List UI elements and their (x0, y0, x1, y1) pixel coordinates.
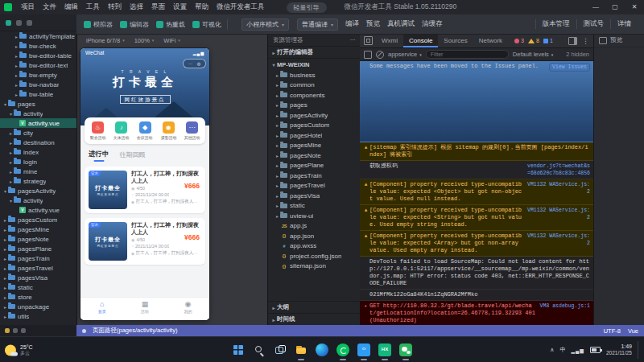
file-tree-item[interactable]: ▸pagesPlane (0, 244, 76, 253)
explorer-folder-item[interactable]: ▸common (268, 80, 361, 91)
tab-past[interactable]: 往期回顾 (120, 150, 146, 162)
console-message[interactable]: ▲[sitemap 索引情况提示] 根据 sitemap 的规则[0]，当前页面… (360, 142, 593, 161)
menubar-item[interactable]: 工具 (82, 2, 104, 12)
console-message[interactable]: ▲[Component] property received type-unco… (360, 231, 593, 257)
file-explorer-icon[interactable] (295, 343, 308, 356)
file-tree-item[interactable]: activity.vue (0, 205, 76, 215)
category-item[interactable]: ◆会议活动 (133, 121, 156, 141)
encoding-indicator[interactable]: UTF-8 (604, 327, 621, 335)
console-message[interactable]: 021MfMk122oGa84K41n1ZqNGRA2MfMko (360, 290, 593, 301)
vscode-icon[interactable] (357, 343, 370, 356)
file-tree-item[interactable]: ▸mine (0, 167, 76, 176)
panel-toggle[interactable]: 热重载 (156, 20, 185, 29)
explorer-folder-item[interactable]: ▸pages (268, 101, 361, 111)
category-item[interactable]: ◉摄影活动 (157, 121, 180, 141)
menubar-item[interactable]: 界面 (147, 2, 169, 12)
context-dropdown[interactable]: appservice (388, 51, 422, 58)
phone-tabbar-item[interactable]: ⌂首页 (80, 298, 123, 320)
battery-icon[interactable] (590, 347, 601, 353)
menubar-item[interactable]: 微信开发者工具 (213, 2, 269, 12)
explorer-folder-item[interactable]: ▸pagesMine (268, 141, 361, 151)
maximize-button[interactable]: ▢ (605, 0, 625, 14)
console-source-link[interactable]: VM1132 WAService.js:2 (527, 207, 590, 221)
debugger-tab-wxml[interactable]: Wxml (376, 34, 403, 47)
file-tree-item[interactable]: activity.vue (0, 118, 76, 128)
error-count-badge[interactable]: 3 (514, 38, 524, 43)
console-sidebar-icon[interactable] (364, 51, 372, 59)
console-source-link[interactable]: VM1132 WAService.js:2 (527, 232, 590, 247)
toolbar-action-button[interactable]: 编译 (345, 19, 359, 29)
search-icon[interactable] (253, 343, 266, 356)
toolbar-action-button[interactable]: 清缓存 (422, 19, 443, 29)
console-message[interactable]: DevTools failed to load SourceMap: Could… (360, 257, 593, 290)
weather-widget[interactable]: 25°C 多云 (5, 344, 33, 356)
explorer-file-item[interactable]: {}project.config.json (268, 251, 361, 261)
ime-indicator[interactable]: 中 (559, 346, 565, 354)
info-count-badge[interactable]: 1 (543, 38, 553, 43)
file-tree-item[interactable]: ▸pagesNote (0, 234, 76, 244)
menubar-item[interactable]: 转到 (104, 2, 126, 12)
run-icon[interactable] (6, 20, 11, 26)
file-tree-item[interactable]: ▸bw-editor-text (0, 60, 76, 70)
console-message[interactable]: ▲[Component] property received type-unco… (360, 205, 593, 231)
activity-card[interactable]: 官方打卡最全网红旅游景点打工人，打工神，打到深夜人上人◉4/50◔2021/11… (85, 218, 205, 265)
warning-count-badge[interactable]: 8 (528, 38, 539, 43)
dock-side-icon[interactable] (568, 37, 577, 45)
log-levels-dropdown[interactable]: Default levels (513, 51, 554, 58)
network-dropdown[interactable]: WiFi (163, 37, 180, 44)
edge-icon[interactable] (316, 343, 328, 356)
wechat-devtools-icon[interactable] (336, 343, 349, 356)
banner[interactable]: WeChat T R A V E L 打卡最全 网红旅游景点 (80, 48, 209, 125)
debugger-tab-console[interactable]: Console (403, 34, 438, 47)
open-editors-section[interactable]: ▸打开的编辑器 (268, 46, 361, 58)
explorer-folder-item[interactable]: ▸components (268, 90, 361, 101)
project-root-section[interactable]: ▾MP-WEIXIN (268, 58, 361, 70)
menubar-item[interactable]: 设置 (169, 2, 191, 12)
file-tree-item[interactable]: ▸unpackage (0, 302, 76, 311)
clear-console-icon[interactable] (376, 51, 384, 59)
panel-toggle[interactable]: 可视化 (192, 20, 221, 29)
timeline-section[interactable]: ▸时间线 (268, 313, 361, 325)
explorer-folder-item[interactable]: ▸static (268, 201, 361, 212)
collapse-icon[interactable] (16, 20, 22, 26)
console-message[interactable]: ▸GET http://110.80.32.3/gt/blade-travel/… (360, 301, 593, 325)
task-view-icon[interactable] (274, 343, 287, 356)
outline-section[interactable]: ▸大纲 (268, 301, 361, 313)
tab-ongoing[interactable]: 进行中 (89, 150, 109, 162)
file-tree-item[interactable]: ▾pages (0, 99, 76, 109)
file-tree-item[interactable]: ▸bw-table (0, 89, 76, 99)
file-tree-item[interactable]: ▸pagesTravel (0, 263, 76, 273)
file-tree-item[interactable]: ▸login (0, 157, 76, 167)
console-source-link[interactable]: View Issues (549, 63, 590, 72)
mode-dropdown[interactable]: 小程序模式 (242, 19, 289, 31)
file-tree-item[interactable]: ▸static (0, 282, 76, 292)
file-tree-item[interactable]: ▸pagesCustom (0, 215, 76, 224)
taskbar-clock[interactable]: 1:49 2021/11/25 (606, 343, 632, 356)
compile-mode-dropdown[interactable]: 普通编译 (297, 19, 338, 31)
menubar-item[interactable]: 文件 (39, 2, 60, 12)
file-tree-item[interactable]: ▾pagesActivity (0, 186, 76, 195)
filetype-indicator[interactable]: Vue (628, 327, 638, 335)
explorer-folder-item[interactable]: ▸pagesVisa (268, 191, 361, 201)
debugger-tab-sources[interactable]: Sources (438, 34, 473, 47)
guide-chip[interactable]: 轻量引导 (287, 2, 327, 13)
console-source-link[interactable]: VM1132 WAService.js:2 (527, 181, 590, 195)
file-tree-item[interactable]: ▸pagesVisa (0, 273, 76, 282)
file-tree-item[interactable]: ▸pagesMine (0, 224, 76, 234)
hidden-messages-count[interactable]: 2 hidden (566, 51, 589, 58)
hbuilderx-icon[interactable] (378, 343, 391, 356)
show-desktop-button[interactable] (638, 341, 641, 359)
wechat-icon[interactable] (399, 343, 412, 356)
console-filter-input[interactable] (426, 50, 509, 59)
console-message[interactable]: Some messages have been moved to the Iss… (360, 61, 593, 142)
menubar-item[interactable]: 项目 (17, 2, 39, 12)
toolbar-action-button[interactable]: 真机调试 (387, 19, 415, 29)
file-tree-item[interactable]: ▸city (0, 128, 76, 138)
device-dropdown[interactable]: iPhone 6/7/8 (86, 37, 125, 44)
wechat-capsule-button[interactable] (183, 59, 206, 68)
start-icon[interactable] (232, 343, 245, 356)
file-tree-item[interactable]: ▸strategy (0, 176, 76, 186)
file-tree-item[interactable]: ▸bw-editor-table (0, 51, 76, 60)
more-options-icon[interactable] (582, 37, 589, 45)
explorer-folder-item[interactable]: ▸pagesActivity (268, 110, 361, 121)
